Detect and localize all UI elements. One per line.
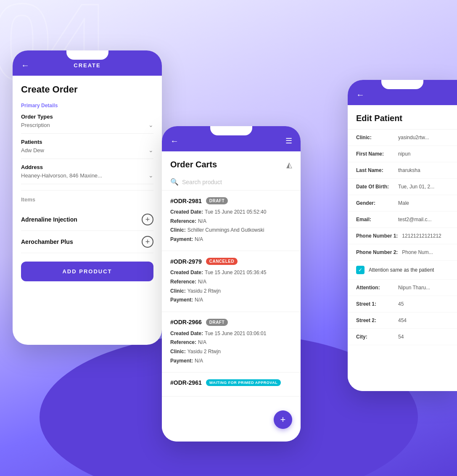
field-value: 454 <box>398 317 407 323</box>
field-label: Last Name: <box>356 167 394 173</box>
field-label: Clinic: <box>356 135 394 140</box>
status-badge: DRAFT <box>206 197 228 204</box>
patient-field-firstname: First Name: nipun <box>348 146 457 162</box>
field-label: Street 2: <box>356 317 394 323</box>
order-card[interactable]: #ODR-2961 WAITING FOR PRIMED APPROVAL <box>162 373 301 397</box>
order-card-header: #ODR-2961 WAITING FOR PRIMED APPROVAL <box>170 379 292 386</box>
patient-field-phone2: Phone Number 2: Phone Num... <box>348 244 457 261</box>
chevron-down-icon: ⌄ <box>148 172 153 179</box>
search-icon: 🔍 <box>170 178 179 186</box>
address-label: Address <box>21 164 153 170</box>
add-item-icon[interactable]: + <box>142 236 153 248</box>
order-id: #ODR-2979 <box>170 258 202 265</box>
order-types-value: Prescription ⌄ <box>21 122 153 128</box>
back-arrow-icon[interactable]: ← <box>170 136 179 146</box>
field-value: Tue, Jun 01, 2... <box>398 184 434 190</box>
field-label: Phone Number 2: <box>356 249 398 255</box>
phone2-body: Order Carts ◭ 🔍 Search product #ODR-2981… <box>162 151 301 442</box>
field-label: First Name: <box>356 151 394 157</box>
item-name: Aerochamber Plus <box>21 238 73 245</box>
field-value: tharuksha <box>398 167 420 173</box>
address-value: Heaney-Halvorson, 846 Maxine... ⌄ <box>21 172 153 179</box>
field-value: nipun <box>398 151 410 157</box>
menu-icon[interactable]: ☰ <box>285 136 292 145</box>
list-item[interactable]: Adrenaline Injection + <box>21 209 153 231</box>
field-label: Phone Number 1: <box>356 233 398 239</box>
field-label: Attention: <box>356 285 394 291</box>
field-label: Gender: <box>356 200 394 206</box>
patient-field-attention: Attention: Nipun Tharu... <box>348 280 457 296</box>
patient-field-gender: Gender: Male <box>348 195 457 212</box>
order-details: Created Date:Tue 15 June 2021 05:52:40 R… <box>170 208 292 244</box>
patients-field[interactable]: Patients Adw Dew ⌄ <box>21 139 153 159</box>
add-product-button[interactable]: ADD PRODUCT <box>21 262 153 281</box>
page-title: Edit Patient <box>348 105 457 130</box>
address-field[interactable]: Address Heaney-Halvorson, 846 Maxine... … <box>21 164 153 184</box>
field-value: 12121212121212 <box>402 233 441 239</box>
field-value: Nipun Tharu... <box>398 285 430 291</box>
order-carts-title: Order Carts <box>170 160 217 169</box>
field-value: test2@mail.c... <box>398 217 432 222</box>
phone1-notch <box>66 50 108 60</box>
patient-field-clinic: Clinic: yasindu2rtw... <box>348 130 457 146</box>
order-carts-header: Order Carts ◭ <box>162 151 301 174</box>
order-card-header: #ODR-2981 DRAFT <box>170 197 292 204</box>
field-value: 54 <box>398 334 404 340</box>
phone1-header-title: CREATE <box>74 62 100 69</box>
attention-same-checkbox-row[interactable]: ✓ Attention same as the patient <box>348 261 457 280</box>
search-placeholder: Search product <box>182 179 222 185</box>
order-card[interactable]: #ODR-2966 DRAFT Created Date:Tue 15 June… <box>162 312 301 373</box>
back-arrow-icon[interactable]: ← <box>356 90 365 100</box>
patients-label: Patients <box>21 139 153 145</box>
order-types-field[interactable]: Order Types Prescription ⌄ <box>21 114 153 134</box>
patient-field-city: City: 54 <box>348 329 457 345</box>
phone2-notch <box>210 126 252 135</box>
patient-field-email: Email: test2@mail.c... <box>348 212 457 228</box>
order-id: #ODR-2961 <box>170 379 202 386</box>
checkbox-label: Attention same as the patient <box>369 267 434 273</box>
patient-field-street2: Street 2: 454 <box>348 312 457 329</box>
field-value: 45 <box>398 301 404 307</box>
order-card[interactable]: #ODR-2979 CANCELED Created Date:Tue 15 J… <box>162 251 301 312</box>
order-card-header: #ODR-2979 CANCELED <box>170 258 292 265</box>
items-section-label: Items <box>21 196 153 203</box>
search-bar[interactable]: 🔍 Search product <box>162 174 301 190</box>
order-details: Created Date:Tue 15 June 2021 03:06:01 R… <box>170 329 292 365</box>
field-label: Date Of Birth: <box>356 184 394 190</box>
phone3-notch <box>381 80 423 89</box>
order-id: #ODR-2981 <box>170 198 202 204</box>
order-details: Created Date:Tue 15 June 2021 05:36:45 R… <box>170 268 292 304</box>
patient-field-phone1: Phone Number 1: 12121212121212 <box>348 228 457 244</box>
chevron-down-icon: ⌄ <box>148 122 153 128</box>
edit-patient-phone: ← Edit Patient Clinic: yasindu2rtw... Fi… <box>348 80 457 391</box>
status-badge: WAITING FOR PRIMED APPROVAL <box>206 379 281 386</box>
filter-icon[interactable]: ◭ <box>286 160 292 169</box>
field-label: Street 1: <box>356 301 394 307</box>
patient-field-lastname: Last Name: tharuksha <box>348 162 457 179</box>
patient-field-street1: Street 1: 45 <box>348 296 457 312</box>
patient-field-dob: Date Of Birth: Tue, Jun 01, 2... <box>348 179 457 195</box>
field-label: City: <box>356 334 394 340</box>
order-id: #ODR-2966 <box>170 319 202 325</box>
status-badge: CANCELED <box>206 258 238 265</box>
order-card[interactable]: #ODR-2981 DRAFT Created Date:Tue 15 June… <box>162 190 301 251</box>
order-carts-phone: ← ☰ Order Carts ◭ 🔍 Search product #ODR-… <box>162 126 301 442</box>
item-name: Adrenaline Injection <box>21 216 77 223</box>
checkbox-icon: ✓ <box>356 266 365 274</box>
field-label: Email: <box>356 217 394 222</box>
order-card-header: #ODR-2966 DRAFT <box>170 319 292 326</box>
order-types-label: Order Types <box>21 114 153 120</box>
phone1-body: Create Order Primary Details Order Types… <box>13 76 162 281</box>
create-order-phone: ← CREATE Create Order Primary Details Or… <box>13 50 162 345</box>
back-arrow-icon[interactable]: ← <box>21 61 29 70</box>
chevron-down-icon: ⌄ <box>148 147 153 153</box>
field-value: yasindu2rtw... <box>398 135 429 140</box>
divider <box>21 190 153 190</box>
field-value: Phone Num... <box>402 249 433 255</box>
phone3-body: Edit Patient Clinic: yasindu2rtw... Firs… <box>348 105 457 391</box>
status-badge: DRAFT <box>206 319 228 326</box>
add-item-icon[interactable]: + <box>142 214 153 225</box>
fab-button[interactable]: + <box>274 410 292 429</box>
field-value: Male <box>398 200 409 206</box>
list-item[interactable]: Aerochamber Plus + <box>21 231 153 253</box>
